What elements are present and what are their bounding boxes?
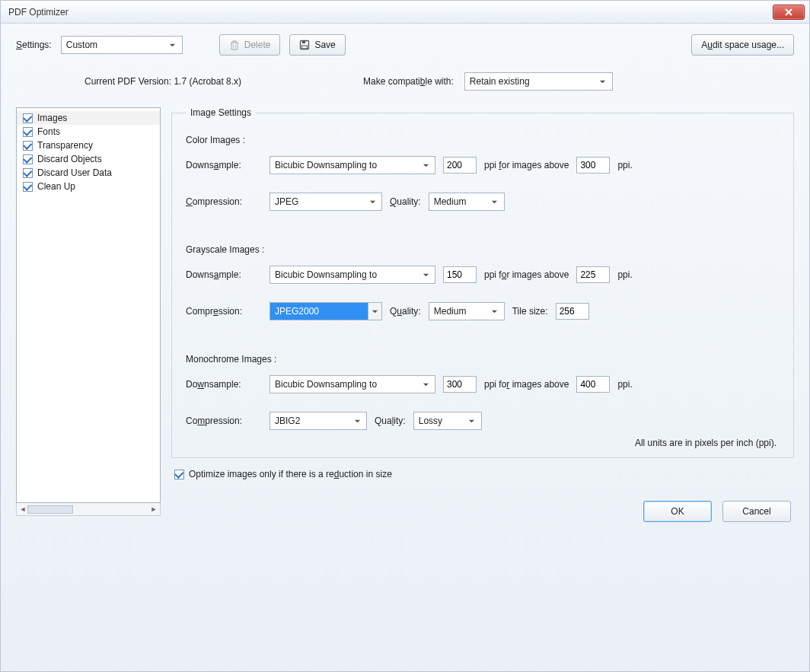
ppi-suffix: ppi. — [617, 379, 632, 390]
chevron-down-icon — [419, 268, 432, 282]
color-ppi-input[interactable] — [443, 157, 477, 174]
color-compression-select[interactable]: JPEG — [269, 193, 382, 211]
gray-compression-row: Compression: JPEG2000 Quality: Medium Ti… — [186, 302, 780, 320]
sidebar-item-label: Images — [37, 113, 67, 123]
sidebar-item-clean-up[interactable]: Clean Up — [17, 180, 160, 193]
cancel-button[interactable]: Cancel — [722, 501, 791, 522]
color-quality-select[interactable]: Medium — [429, 193, 505, 211]
floppy-icon — [299, 40, 310, 50]
chevron-down-icon — [488, 304, 502, 318]
settings-select[interactable]: Custom — [61, 36, 183, 54]
mono-downsample-row: Downsample: Bicubic Downsampling to ppi … — [186, 375, 780, 393]
svg-rect-1 — [302, 41, 305, 43]
above-label: ppi for images above — [484, 379, 569, 390]
checkbox[interactable] — [23, 113, 33, 123]
sidebar-item-discard-objects[interactable]: Discard Objects — [17, 152, 160, 166]
svg-rect-2 — [302, 46, 308, 49]
audit-label: Audit space usage... — [701, 40, 784, 50]
save-button[interactable]: Save — [289, 34, 345, 56]
color-above-input[interactable] — [576, 157, 610, 174]
main-area: ImagesFontsTransparencyDiscard ObjectsDi… — [16, 107, 794, 522]
units-note: All units are in pixels per inch (ppi). — [186, 438, 777, 448]
sidebar-item-images[interactable]: Images — [17, 111, 160, 125]
chevron-down-icon — [365, 195, 379, 209]
settings-value: Custom — [66, 40, 97, 50]
checkbox[interactable] — [23, 182, 33, 192]
above-label: ppi for images above — [484, 269, 569, 280]
compression-label: Compression: — [186, 196, 262, 207]
title-bar: PDF Optimizer — [1, 1, 809, 24]
sidebar-item-label: Clean Up — [37, 181, 75, 192]
gray-tile-input[interactable] — [556, 303, 589, 320]
delete-button[interactable]: Delete — [219, 34, 281, 56]
optimize-label: Optimize images only if there is a reduc… — [189, 469, 392, 479]
checkbox[interactable] — [23, 154, 33, 164]
color-downsample-select[interactable]: Bicubic Downsampling to — [269, 156, 435, 174]
mono-above-input[interactable] — [576, 376, 610, 393]
dialog-buttons: OK Cancel — [171, 501, 794, 522]
sidebar-item-fonts[interactable]: Fonts — [17, 125, 160, 139]
chevron-down-icon — [488, 195, 502, 209]
checkbox[interactable] — [23, 168, 33, 178]
group-legend: Image Settings — [186, 107, 256, 118]
gray-quality-select[interactable]: Medium — [429, 302, 505, 320]
checkbox[interactable] — [23, 141, 33, 151]
horizontal-scrollbar[interactable]: ◄ ► — [16, 503, 161, 516]
color-section-title: Color Images : — [186, 135, 780, 145]
scroll-thumb[interactable] — [27, 505, 73, 514]
color-compression-row: Compression: JPEG Quality: Medium — [186, 193, 780, 211]
sidebar-item-discard-user-data[interactable]: Discard User Data — [17, 166, 160, 180]
optimize-checkbox[interactable] — [174, 470, 184, 479]
chevron-down-icon — [166, 38, 180, 52]
trash-icon — [229, 40, 240, 50]
sidebar-item-transparency[interactable]: Transparency — [17, 139, 160, 152]
chevron-down-icon — [368, 304, 381, 318]
gray-downsample-row: Downsample: Bicubic Downsampling to ppi … — [186, 266, 780, 284]
mono-quality-select[interactable]: Lossy — [413, 412, 482, 430]
sidebar-item-label: Discard User Data — [37, 167, 112, 178]
chevron-down-icon — [350, 414, 364, 428]
scroll-right-icon: ► — [149, 505, 158, 513]
close-button[interactable] — [773, 5, 805, 20]
scroll-left-icon: ◄ — [18, 505, 27, 513]
sidebar-item-label: Fonts — [37, 126, 60, 137]
mono-ppi-input[interactable] — [443, 376, 477, 393]
mono-section-title: Monochrome Images : — [186, 354, 780, 365]
mono-compression-row: Compression: JBIG2 Quality: Lossy — [186, 412, 780, 430]
content-area: Settings: Custom Delete Save Audit space… — [1, 24, 809, 533]
sidebar: ImagesFontsTransparencyDiscard ObjectsDi… — [16, 107, 161, 522]
sidebar-item-label: Discard Objects — [37, 154, 102, 164]
gray-section-title: Grayscale Images : — [186, 244, 780, 255]
current-version: Current PDF Version: 1.7 (Acrobat 8.x) — [85, 76, 241, 87]
settings-panel: Image Settings Color Images : Downsample… — [171, 107, 794, 522]
compat-select[interactable]: Retain existing — [464, 72, 613, 91]
downsample-label: Downsample: — [186, 269, 262, 280]
audit-button[interactable]: Audit space usage... — [691, 34, 794, 56]
compat-label: Make compatible with: — [363, 76, 454, 87]
above-label: ppi for images above — [484, 160, 569, 170]
downsample-label: Downsample: — [186, 379, 262, 390]
chevron-down-icon — [465, 414, 479, 428]
sidebar-item-label: Transparency — [37, 140, 93, 151]
save-label: Save — [314, 40, 335, 50]
chevron-down-icon — [419, 158, 432, 172]
ppi-suffix: ppi. — [617, 269, 632, 280]
compat-value: Retain existing — [470, 76, 530, 87]
category-list[interactable]: ImagesFontsTransparencyDiscard ObjectsDi… — [16, 107, 161, 503]
top-row: Settings: Custom Delete Save Audit space… — [16, 34, 794, 56]
ok-button[interactable]: OK — [643, 501, 712, 522]
gray-above-input[interactable] — [576, 266, 610, 283]
ppi-suffix: ppi. — [617, 160, 632, 170]
checkbox[interactable] — [23, 127, 33, 137]
optimize-checkbox-row[interactable]: Optimize images only if there is a reduc… — [174, 469, 794, 479]
gray-ppi-input[interactable] — [443, 266, 477, 283]
quality-label: Quality: — [390, 306, 421, 317]
color-downsample-row: Downsample: Bicubic Downsampling to ppi … — [186, 156, 780, 174]
quality-label: Quality: — [375, 416, 406, 426]
settings-label: Settings: — [16, 40, 52, 50]
mono-downsample-select[interactable]: Bicubic Downsampling to — [269, 375, 435, 393]
chevron-down-icon — [596, 75, 610, 88]
gray-compression-select[interactable]: JPEG2000 — [269, 302, 382, 320]
gray-downsample-select[interactable]: Bicubic Downsampling to — [269, 266, 435, 284]
mono-compression-select[interactable]: JBIG2 — [269, 412, 367, 430]
